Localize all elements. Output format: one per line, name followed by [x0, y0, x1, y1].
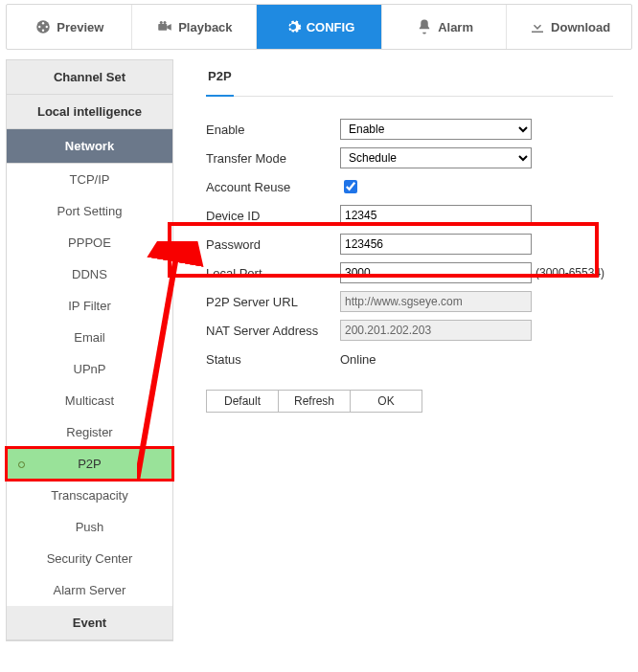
sidebar-item-pppoe[interactable]: PPPOE [7, 227, 172, 258]
sidebar-section-local-intelligence[interactable]: Local intelligence [7, 95, 172, 129]
select-enable[interactable]: Enable [340, 119, 532, 140]
sidebar-item-multicast[interactable]: Multicast [7, 385, 172, 416]
svg-point-8 [164, 21, 167, 24]
svg-point-2 [46, 26, 48, 28]
sidebar-items: TCP/IP Port Setting PPPOE DDNS IP Filter… [7, 164, 172, 606]
label-p2p-server-url: P2P Server URL [206, 295, 340, 309]
label-status: Status [206, 352, 340, 367]
sidebar-item-push[interactable]: Push [7, 511, 172, 543]
input-password[interactable] [340, 234, 532, 255]
tab-config[interactable]: CONFIG [257, 5, 382, 49]
checkbox-account-reuse[interactable] [344, 180, 357, 193]
tab-label: Download [551, 20, 610, 34]
label-transfer-mode: Transfer Mode [206, 151, 340, 166]
sidebar: Channel Set Local intelligence Network T… [6, 59, 173, 641]
download-icon [528, 17, 547, 36]
sidebar-item-ip-filter[interactable]: IP Filter [7, 290, 172, 322]
label-local-port: Local Port [206, 266, 340, 280]
value-status: Online [340, 352, 376, 367]
select-transfer-mode[interactable]: Schedule [340, 147, 532, 168]
sidebar-item-security-center[interactable]: Security Center [7, 543, 172, 574]
sidebar-item-alarm-server[interactable]: Alarm Server [7, 574, 172, 606]
svg-point-4 [38, 26, 40, 28]
svg-point-7 [160, 21, 163, 24]
input-p2p-server-url [340, 291, 532, 312]
sidebar-section-network[interactable]: Network [7, 129, 172, 164]
label-password: Password [206, 237, 340, 252]
top-tabs: Preview Playback CONFIG Alarm Download [6, 4, 632, 50]
svg-point-3 [42, 30, 44, 32]
tab-label: Preview [57, 20, 103, 34]
content-panel: P2P Enable Enable Transfer Mode Schedule… [173, 59, 632, 413]
label-enable: Enable [206, 123, 340, 137]
tab-label: Alarm [438, 20, 473, 34]
tab-label: CONFIG [307, 20, 355, 34]
input-nat-server [340, 320, 532, 341]
sidebar-item-transcapacity[interactable]: Transcapacity [7, 480, 172, 511]
ok-button[interactable]: OK [350, 390, 422, 413]
camcorder-icon [155, 17, 174, 36]
input-device-id[interactable] [340, 205, 532, 226]
svg-rect-5 [158, 24, 167, 31]
default-button[interactable]: Default [206, 390, 279, 413]
sidebar-item-email[interactable]: Email [7, 322, 172, 353]
svg-point-1 [42, 22, 44, 24]
page-title: P2P [206, 59, 234, 97]
sidebar-item-ddns[interactable]: DDNS [7, 258, 172, 290]
sidebar-item-p2p[interactable]: P2P [7, 448, 172, 480]
tab-playback[interactable]: Playback [132, 5, 258, 49]
sidebar-item-register[interactable]: Register [7, 416, 172, 448]
label-nat-server: NAT Server Address [206, 324, 340, 338]
bell-icon [415, 17, 434, 36]
label-account-reuse: Account Reuse [206, 180, 340, 194]
sidebar-section-event[interactable]: Event [7, 606, 172, 640]
svg-marker-6 [167, 24, 171, 31]
input-local-port[interactable] [340, 262, 532, 283]
tab-preview[interactable]: Preview [7, 5, 132, 49]
tab-label: Playback [178, 20, 232, 34]
sidebar-section-channel-set[interactable]: Channel Set [7, 60, 172, 95]
tab-alarm[interactable]: Alarm [382, 5, 508, 49]
sidebar-item-port-setting[interactable]: Port Setting [7, 195, 172, 227]
sidebar-item-upnp[interactable]: UPnP [7, 353, 172, 385]
tab-download[interactable]: Download [507, 5, 631, 49]
p2p-form: Enable Enable Transfer Mode Schedule Acc… [206, 118, 613, 413]
refresh-button[interactable]: Refresh [278, 390, 351, 413]
sidebar-item-tcpip[interactable]: TCP/IP [7, 164, 172, 195]
film-reel-icon [34, 17, 53, 36]
gear-icon [284, 17, 303, 36]
label-device-id: Device ID [206, 209, 340, 223]
hint-local-port-range: (3000-65534) [535, 266, 604, 280]
